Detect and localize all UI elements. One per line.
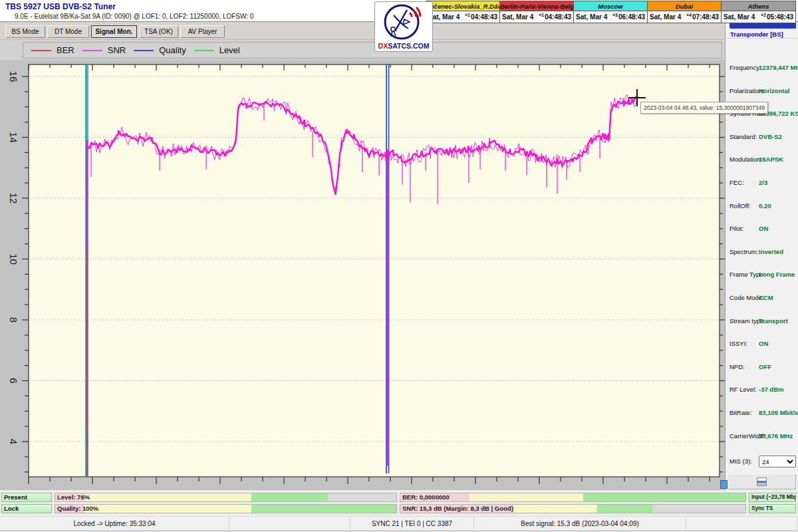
clock-utc-offset: +1 [539,13,544,17]
legend-item-label: BER [57,45,74,55]
tab-dt-mode[interactable]: DT Mode [47,25,89,38]
tab-bs-mode[interactable]: BS Mode [5,25,45,38]
tp-value: 2/3 [759,179,767,186]
tab-av-player[interactable]: AV Player [180,25,225,38]
bar-segment [328,493,396,501]
clock-time-row: Sat, Mar 4+205:48:43 [722,11,795,23]
clock-date: Sat, Mar 4 [724,13,755,21]
mis-label: MIS (3): [730,458,752,465]
legend-item-label: Level [219,45,240,55]
chart-resize-gripper[interactable] [720,480,728,489]
clock-2: MoscowSat, Mar 4+306:48:43 [574,1,648,23]
legend-line-swatch [194,50,214,51]
tab-signal-mon-[interactable]: Signal Mon. [91,25,137,38]
tp-value: 0.20 [759,202,771,209]
tuner-app-window: TBS 5927 USB DVB-S2 Tuner 9.0E - Eutelsa… [0,0,798,532]
legend-item-label: Quality [159,45,186,55]
status-cell-2: SYNC 21 | TEI 0 | CC 3387 [350,517,474,531]
transponder-row-7: Pilot:ON [726,225,798,234]
transponder-row-0: Frequency:12379,447 MHz [726,64,798,73]
quality-bar-label: Quality: 100% [57,504,98,513]
clock-date: Sat, Mar 4 [502,13,533,21]
bar-segment [251,493,328,501]
clock-date: Sat, Mar 4 [650,13,681,21]
bar-segment [652,505,745,513]
tp-label: BitRate: [730,409,752,416]
transponder-row-3: Standard:DVB-S2 [726,133,798,142]
input-rate-indicator: Input (~23,78 Mbps) [749,493,796,502]
bar-segment [84,505,251,513]
clock-time-group: +306:48:43 [612,13,645,21]
tp-value: DVB-S2 [759,133,782,140]
clock-utc-offset: +2 [761,13,766,17]
tab-bar: BS ModeDT ModeSignal Mon.TSA (OK)AV Play… [0,22,725,40]
clock-city-label: Moscow [574,1,647,11]
stream-list-button[interactable] [728,473,796,489]
clock-time-row: Sat, Mar 4+104:48:43 [426,11,499,23]
level-bar [55,493,397,502]
clock-city-label: Dubai [648,1,721,11]
svg-text:16: 16 [8,71,19,82]
clock-time: 07:48:43 [692,13,719,21]
satellite-subtitle: 9.0E - Eutelsat 9B/Ka-Sat 9A (ID: 0090) … [15,13,253,20]
clock-0: Lučenec-Slovakia_R.DávidSat, Mar 4+104:4… [426,1,500,23]
transponder-row-4: Modulation:16APSK [726,156,798,165]
clock-city-label: Athens [722,1,795,11]
transponder-row-16: CarrierWidth:37,676 MHz [726,432,798,442]
svg-text:12: 12 [8,193,19,204]
tp-label: Spectrum: [730,248,758,255]
tp-value: Transport [759,317,788,325]
clock-date: Sat, Mar 4 [576,13,607,21]
tp-value: Inverted [759,248,783,255]
transponder-panel: Transponder [BS] Frequency:12379,447 MHz… [725,22,798,492]
tp-label: RF Level: [730,386,757,393]
tp-label: Modulation: [730,156,762,163]
clock-date: Sat, Mar 4 [428,13,460,21]
bar-segment [84,493,251,501]
clock-time-group: +104:48:43 [539,13,571,21]
chart-tooltip: 2023-03-04 04.48.43, value: 15,300000190… [640,102,768,114]
clock-utc-offset: +4 [686,13,692,17]
world-clock-strip: Lučenec-Slovakia_R.DávidSat, Mar 4+104:4… [426,1,796,23]
legend-line-swatch [82,50,102,51]
clock-time-row: Sat, Mar 4+306:48:43 [574,11,647,23]
tp-value: 16APSK [759,156,783,163]
signal-monitor-chart[interactable]: 16141210864 [0,60,725,490]
satellite-dish-icon [375,2,432,41]
clock-4: AthensSat, Mar 4+205:48:43 [722,1,795,23]
bar-segment [514,505,597,513]
clock-time-group: +407:48:43 [686,13,719,21]
dxsatcs-logo: DXSATCS.COM [374,1,433,52]
tp-label: ISSYI: [730,340,747,347]
clock-3: DubaiSat, Mar 4+407:48:43 [648,1,722,23]
transponder-row-8: Spectrum:Inverted [726,248,798,257]
clock-city-label: Berlin-Paris-Vienna-Belgrade [500,1,573,11]
snr-plot[interactable]: 16141210864 [0,60,725,490]
svg-text:14: 14 [8,132,19,143]
tp-value: Long Frame [759,271,795,278]
clock-time: 05:48:43 [767,13,793,21]
clock-time-group: +104:48:43 [465,13,497,21]
svg-text:10: 10 [8,253,19,265]
transponder-row-1: Polarization:Horizontal [726,87,798,96]
legend-band: BERSNRQualityLevel [0,40,725,60]
tp-label: FEC: [730,179,744,186]
panel-top-bar [730,23,796,29]
status-cell-1 [229,517,350,531]
tp-value: ON [759,225,768,232]
tp-value: ON [759,340,768,347]
app-title: TBS 5927 USB DVB-S2 Tuner [5,2,116,11]
tab-tsa-ok-[interactable]: TSA (OK) [139,25,178,38]
bar-segment [597,505,652,513]
transponder-row-10: Code Mode:CCM [726,294,798,303]
tp-label: NPD: [730,363,745,370]
mis-select[interactable]: 24 [759,456,796,467]
ber-bar-label: BER: 0,0000000 [402,493,450,501]
legend-item-label: SNR [108,45,126,55]
legend-line-swatch [31,50,51,51]
tp-value: 83,105 Mbit/s [759,409,798,416]
divider [727,38,797,39]
ber-bar [400,493,746,502]
tp-label: Frequency: [730,64,761,71]
present-indicator: Present [1,493,52,502]
